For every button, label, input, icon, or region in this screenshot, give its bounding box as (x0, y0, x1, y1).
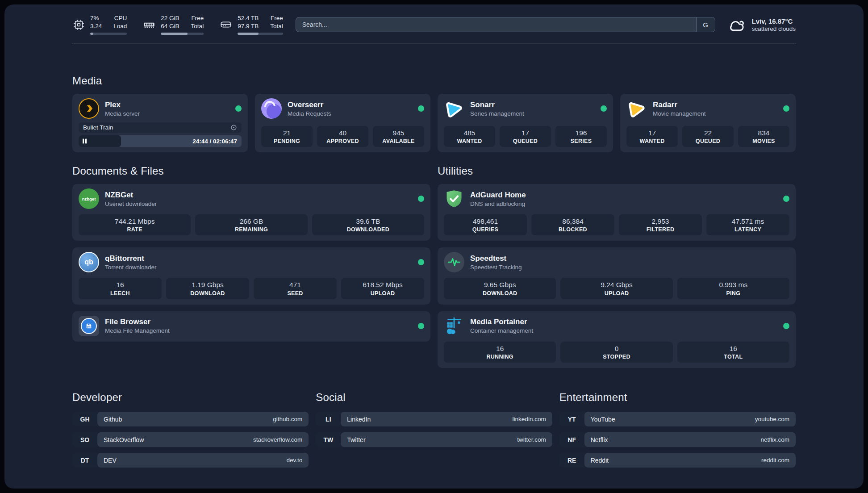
stat-label: RATE (80, 226, 189, 233)
stat-tile-stopped: 0 STOPPED (560, 342, 672, 363)
link-linkedin[interactable]: LI LinkedIn linkedin.com (316, 412, 552, 426)
stat-value: 40 (319, 129, 367, 137)
disk-progress-bar (238, 33, 283, 35)
link-github[interactable]: GH Github github.com (72, 412, 309, 426)
disk-free-value: 52.4 TB (238, 14, 259, 22)
status-dot (601, 105, 607, 112)
now-playing-title: Bullet Train (83, 124, 113, 131)
portainer-card: Media Portainer Container management 16 … (438, 311, 796, 368)
link-url: netflix.com (760, 436, 789, 443)
memory-stat: 22 GiB 64 GiB Free Total (143, 14, 204, 35)
sonarr-card: Sonarr Series management 485 WANTED 17 Q… (438, 94, 613, 152)
filebrowser-link[interactable]: File Browser Media File Management (79, 316, 424, 336)
filebrowser-icon (79, 316, 99, 336)
stat-label: SEED (255, 290, 335, 297)
portainer-link[interactable]: Media Portainer Container management (444, 316, 789, 336)
memory-free-label: Free (191, 14, 204, 22)
plex-icon (79, 98, 99, 119)
stat-tile-wanted: 485 WANTED (444, 126, 495, 147)
memory-readout: 22 GiB 64 GiB Free Total (161, 14, 204, 35)
qbittorrent-link[interactable]: qb qBittorrent Torrent downloader (79, 252, 424, 272)
adguard-icon (444, 188, 464, 209)
link-netflix[interactable]: NF Netflix netflix.com (559, 432, 796, 447)
service-desc: Movie management (653, 110, 706, 117)
adguard-link[interactable]: AdGuard Home DNS and adblocking (444, 188, 789, 209)
stat-label: QUERIES (446, 226, 525, 233)
stat-label: MOVIES (740, 138, 788, 144)
link-twitter[interactable]: TW Twitter twitter.com (316, 432, 552, 447)
stat-value: 17 (501, 129, 549, 137)
stat-tile-download: 9.65 Gbps DOWNLOAD (444, 278, 556, 299)
plex-link[interactable]: Plex Media server (79, 98, 242, 119)
link-body: Reddit reddit.com (584, 453, 796, 468)
status-dot (783, 323, 789, 329)
service-title: Sonarr (470, 100, 524, 109)
cpu-label: CPU (113, 14, 127, 22)
pause-button[interactable] (83, 139, 87, 144)
stat-tile-ping: 0.993 ms PING (677, 278, 789, 299)
service-desc: Torrent downloader (105, 264, 157, 271)
search-input[interactable] (296, 17, 696, 32)
memory-progress-bar (161, 33, 204, 35)
section-developer: Developer GH Github github.com SO StackO… (72, 391, 309, 473)
link-stackoverflow[interactable]: SO StackOverflow stackoverflow.com (72, 432, 309, 447)
stat-value: 498,461 (446, 217, 525, 226)
status-dot (418, 323, 424, 329)
radarr-link[interactable]: Radarr Movie management (626, 98, 789, 119)
link-name: LinkedIn (347, 416, 371, 423)
link-name: DEV (104, 457, 117, 464)
stat-tile-movies: 834 MOVIES (738, 126, 789, 147)
link-dev-to[interactable]: DT DEV dev.to (72, 453, 309, 468)
link-url: reddit.com (761, 457, 789, 464)
status-dot (418, 105, 424, 112)
speedtest-link[interactable]: Speedtest Speedtest Tracking (444, 252, 789, 272)
link-youtube[interactable]: YT YouTube youtube.com (559, 412, 796, 426)
service-title: qBittorrent (105, 254, 157, 263)
stat-tile-upload: 618.52 Mbps UPLOAD (341, 278, 424, 299)
section-title-utilities: Utilities (438, 165, 796, 177)
stat-value: 0.993 ms (679, 280, 788, 289)
playback-progress-bar[interactable]: 24:44 / 02:06:47 (79, 135, 242, 147)
cpu-stat: 7% 3.24 CPU Load (72, 14, 127, 35)
stat-value: 618.52 Mbps (343, 280, 422, 289)
disk-free-label: Free (270, 14, 283, 22)
stat-value: 9.24 Gbps (562, 280, 671, 289)
stat-value: 17 (628, 129, 676, 137)
section-entertainment: Entertainment YT YouTube youtube.com NF … (559, 391, 796, 473)
stat-value: 86,384 (533, 217, 613, 226)
stat-value: 22 (684, 129, 732, 137)
link-name: YouTube (591, 416, 615, 423)
stat-value: 744.21 Mbps (80, 217, 189, 226)
service-title: Radarr (653, 100, 706, 109)
stat-tile-available: 945 AVAILABLE (373, 126, 424, 147)
stat-label: BLOCKED (533, 226, 613, 233)
playback-time: 24:44 / 02:06:47 (192, 138, 237, 145)
stat-tile-approved: 40 APPROVED (317, 126, 368, 147)
stat-value: 266 GB (197, 217, 305, 226)
cpu-load-value: 3.24 (90, 22, 102, 30)
service-desc: Container management (470, 327, 533, 334)
stat-value: 9.65 Gbps (446, 280, 554, 289)
cpu-readout: 7% 3.24 CPU Load (90, 14, 127, 35)
stat-tile-pending: 21 PENDING (261, 126, 313, 147)
stat-label: APPROVED (319, 138, 367, 144)
nzbget-link[interactable]: nzbget NZBGet Usenet downloader (79, 188, 424, 209)
sonarr-link[interactable]: Sonarr Series management (444, 98, 607, 119)
top-bar: 7% 3.24 CPU Load (72, 4, 796, 36)
stat-tile-rate: 744.21 Mbps RATE (79, 214, 191, 235)
memory-icon (143, 18, 155, 31)
service-desc: Media File Management (105, 327, 170, 334)
disk-readout: 52.4 TB 97.9 TB Free Total (238, 14, 283, 35)
overseerr-link[interactable]: Overseerr Media Requests (261, 98, 424, 119)
search-engine-button[interactable]: G (696, 17, 715, 32)
header-divider (72, 43, 796, 43)
speedtest-card: Speedtest Speedtest Tracking 9.65 Gbps D… (438, 247, 796, 304)
cloud-icon (728, 17, 747, 33)
link-body: Netflix netflix.com (584, 432, 796, 447)
stat-tile-queued: 17 QUEUED (500, 126, 551, 147)
link-name: Twitter (347, 436, 365, 443)
stat-label: PENDING (263, 138, 311, 144)
stat-label: REMAINING (197, 226, 305, 233)
link-reddit[interactable]: RE Reddit reddit.com (559, 453, 796, 468)
link-url: linkedin.com (513, 416, 546, 422)
